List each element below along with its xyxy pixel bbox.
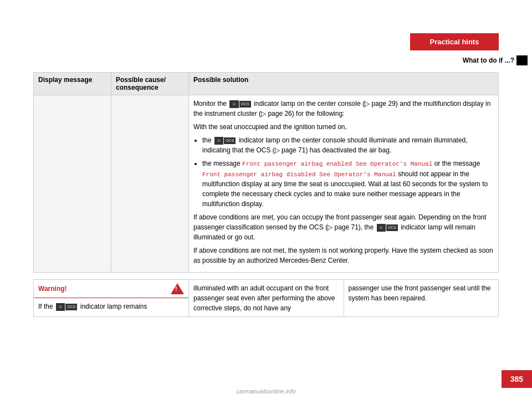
mono-message-1: Front passenger airbag enabled See Opera… bbox=[242, 161, 432, 167]
mono-message-2: Front passenger airbag disabled See Oper… bbox=[202, 171, 396, 178]
warning-section: Warning! If the ☺ OCS indicator lamp rem… bbox=[33, 279, 499, 317]
page-number: 385 bbox=[502, 370, 532, 388]
warning-body-text-2: indicator lamp remains bbox=[80, 303, 147, 310]
ocs-text-icon-3: OCS bbox=[386, 224, 398, 232]
col-header-possible-solution: Possible solution bbox=[189, 73, 499, 95]
bullet-item-1: the ☺ OCS indicator lamp on the center c… bbox=[202, 135, 494, 155]
warning-body: If the ☺ OCS indicator lamp remains bbox=[34, 298, 188, 315]
possible-solution-cell: Monitor the ☺ OCS indicator lamp on the … bbox=[189, 95, 499, 273]
watermark-text: carmanualsonline.info bbox=[236, 388, 295, 395]
ocs-text-icon: OCS bbox=[239, 101, 251, 108]
ocs-icon-3: ☺ OCS bbox=[377, 224, 398, 232]
warning-triangle-icon bbox=[171, 283, 184, 294]
col-header-display-message: Display message bbox=[34, 73, 111, 95]
main-content: Display message Possible cause/ conseque… bbox=[33, 72, 499, 355]
warning-body-text: If the bbox=[38, 303, 55, 310]
warning-left-panel: Warning! If the ☺ OCS indicator lamp rem… bbox=[34, 280, 189, 316]
table-header-row: Display message Possible cause/ conseque… bbox=[34, 73, 499, 95]
solution-para-3: If above conditions are met, you can occ… bbox=[193, 212, 494, 242]
col-header-possible-cause: Possible cause/ consequence bbox=[111, 73, 189, 95]
practical-hints-tab: Practical hints bbox=[410, 33, 499, 50]
solution-para-4: If above conditions are not met, the sys… bbox=[193, 245, 494, 265]
display-message-cell bbox=[34, 95, 111, 273]
ocs-icon-1: ☺ OCS bbox=[229, 100, 250, 108]
warning-middle-panel: illuminated with an adult occupant on th… bbox=[189, 280, 344, 316]
watermark: carmanualsonline.info bbox=[236, 388, 295, 395]
main-table: Display message Possible cause/ conseque… bbox=[33, 72, 499, 273]
warning-title: Warning! bbox=[38, 285, 67, 293]
what-to-do-label: What to do if ...? bbox=[463, 57, 514, 64]
warning-middle-text: illuminated with an adult occupant on th… bbox=[193, 284, 335, 312]
ocs-text-icon-2: OCS bbox=[224, 137, 236, 145]
person-icon-warn: ☺ bbox=[56, 303, 65, 311]
warning-right-panel: passenger use the front passenger seat u… bbox=[344, 280, 499, 316]
possible-cause-cell bbox=[111, 95, 189, 273]
what-to-do-bar: What to do if ...? bbox=[463, 55, 532, 65]
what-to-do-black-box bbox=[516, 55, 528, 65]
person-icon-3: ☺ bbox=[377, 224, 386, 232]
person-icon-2: ☺ bbox=[214, 137, 223, 145]
table-row: Monitor the ☺ OCS indicator lamp on the … bbox=[34, 95, 499, 273]
solution-bullets: the ☺ OCS indicator lamp on the center c… bbox=[202, 135, 494, 209]
warning-right-panels: illuminated with an adult occupant on th… bbox=[189, 280, 498, 316]
solution-para-2: With the seat unoccupied and the ignitio… bbox=[193, 122, 494, 132]
person-icon: ☺ bbox=[229, 100, 238, 108]
ocs-icon-2: ☺ OCS bbox=[214, 137, 236, 145]
page-number-text: 385 bbox=[510, 375, 523, 383]
warning-right-text: passenger use the front passenger seat u… bbox=[349, 284, 491, 302]
solution-para-1: Monitor the ☺ OCS indicator lamp on the … bbox=[193, 99, 494, 119]
practical-hints-label: Practical hints bbox=[430, 38, 479, 46]
ocs-text-icon-warn: OCS bbox=[65, 304, 77, 311]
bullet-item-2: the message Front passenger airbag enabl… bbox=[202, 158, 494, 209]
warning-header: Warning! bbox=[34, 280, 188, 298]
ocs-icon-warn: ☺ OCS bbox=[56, 303, 77, 311]
header: Practical hints What to do if ...? bbox=[0, 0, 532, 61]
